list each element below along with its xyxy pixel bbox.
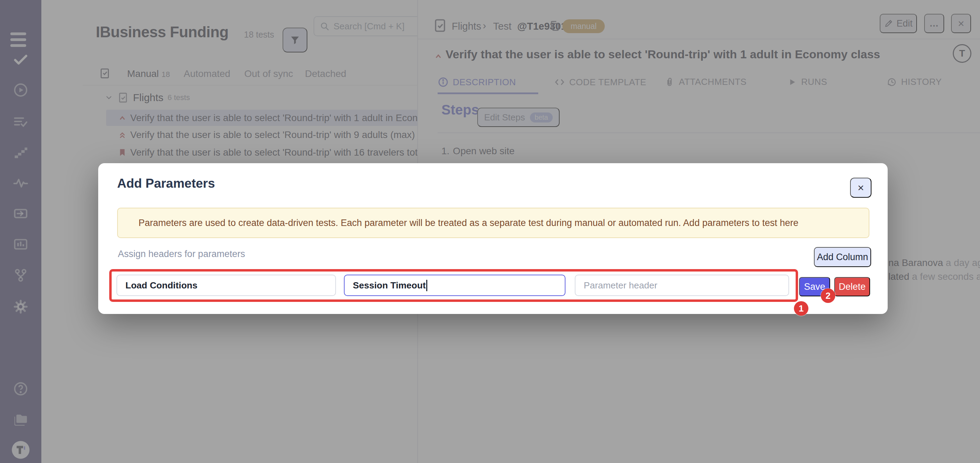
annotation-badge-1: 1 — [794, 301, 808, 316]
add-parameters-modal: Add Parameters × Parameters are used to … — [98, 163, 888, 314]
text-caret — [426, 280, 427, 291]
app-screen: IBusiness Funding 18 tests × Manual18 Au… — [0, 0, 980, 463]
info-alert: Parameters are used to create data-drive… — [117, 208, 869, 238]
parameter-header-input-1[interactable] — [116, 275, 336, 296]
parameter-header-input-2[interactable] — [344, 275, 565, 296]
delete-button[interactable]: Delete — [834, 277, 870, 296]
annotation-badge-2: 2 — [821, 289, 835, 303]
modal-title: Add Parameters — [117, 176, 215, 191]
add-column-button[interactable]: Add Column — [814, 247, 871, 267]
modal-close-button[interactable]: × — [850, 178, 872, 198]
assign-headers-label: Assign headers for parameters — [118, 249, 245, 259]
info-alert-text: Parameters are used to create data-drive… — [138, 218, 799, 228]
parameter-header-input-3[interactable] — [575, 275, 789, 296]
